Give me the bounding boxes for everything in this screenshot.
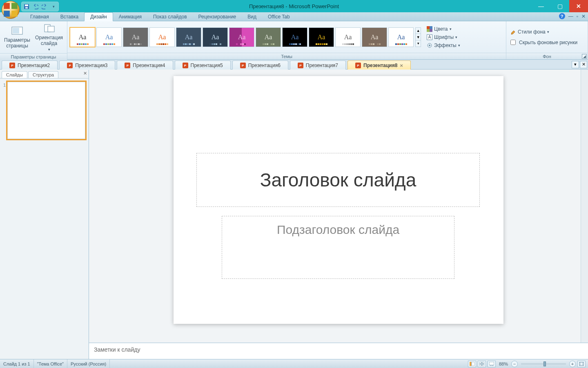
theme-thumb-10[interactable]: Aa (335, 27, 361, 47)
svg-rect-20 (482, 362, 484, 364)
ribbon-tab-вид[interactable]: Вид (242, 13, 262, 21)
ribbon-tab-дизайн[interactable]: Дизайн (84, 12, 113, 21)
hide-bg-graphics-checkbox[interactable]: Скрыть фоновые рисунки (509, 38, 579, 47)
ribbon-minimize-button[interactable]: — (568, 13, 573, 19)
theme-thumb-0[interactable]: Aa (70, 27, 95, 47)
doc-tab-label: Презентация3 (75, 63, 107, 68)
theme-gallery: AaAaAaAaAaAaAaAaAaAaAaAaAa (70, 27, 414, 47)
zoom-out-button[interactable]: − (511, 361, 518, 367)
ribbon-tab-office-tab[interactable]: Office Tab (262, 13, 296, 21)
ribbon-tab-рецензирование[interactable]: Рецензирование (193, 13, 242, 21)
theme-thumb-3[interactable]: Aa (149, 27, 175, 47)
qat-customize-button[interactable]: ▾ (49, 3, 58, 10)
powerpoint-icon: P (240, 63, 246, 68)
ribbon-tab-вставка[interactable]: Вставка (55, 13, 85, 21)
vertical-scrollbar[interactable] (581, 70, 588, 343)
hide-bg-checkbox-input[interactable] (510, 40, 516, 45)
theme-thumb-1[interactable]: Aa (96, 27, 122, 47)
panel-tabs: Слайды Структура ✕ (0, 70, 89, 79)
gallery-more-button[interactable]: ▾ (416, 40, 421, 47)
theme-color-dots (342, 43, 354, 45)
gallery-up-button[interactable]: ▲ (416, 28, 421, 34)
doc-tab-презентация4[interactable]: PПрезентация4 (117, 61, 173, 70)
view-normal-button[interactable] (468, 361, 476, 367)
svg-rect-0 (4, 3, 10, 9)
ribbon: Параметры страницы Ориентация слайда ▾ П… (0, 21, 588, 60)
doc-tab-презентация5[interactable]: PПрезентация5 (175, 61, 231, 70)
doc-tab-презентация8[interactable]: PПрезентация8✕ (347, 61, 411, 70)
bg-dialog-launcher[interactable]: ◢ (582, 54, 587, 59)
theme-thumb-8[interactable]: Aa (282, 27, 307, 47)
zoom-fit-icon (579, 362, 584, 366)
doc-tab-close[interactable]: ✕ (400, 63, 403, 68)
theme-thumb-2[interactable]: Aa (123, 27, 148, 47)
theme-thumb-12[interactable]: Aa (388, 27, 414, 47)
slide-thumbnail-1[interactable] (7, 82, 85, 139)
redo-button[interactable] (40, 3, 49, 10)
theme-aa-icon: Aa (238, 34, 246, 41)
theme-color-dots (103, 43, 115, 45)
ribbon-tab-анимация[interactable]: Анимация (113, 13, 147, 21)
zoom-label[interactable]: 88% (499, 361, 508, 366)
zoom-slider-handle[interactable] (543, 361, 546, 366)
group-background: Стили фона ▾ Скрыть фоновые рисунки Фон◢ (506, 21, 588, 59)
gallery-down-button[interactable]: ▼ (416, 34, 421, 40)
theme-thumb-7[interactable]: Aa (256, 27, 281, 47)
doc-tab-label: Презентация2 (18, 63, 50, 68)
close-button[interactable]: ✕ (569, 0, 588, 12)
theme-fonts-button[interactable]: AШрифты ▾ (425, 33, 462, 41)
doc-tab-презентация2[interactable]: PПрезентация2 (2, 61, 58, 70)
theme-thumb-5[interactable]: Aa (203, 27, 228, 47)
notes-pane[interactable]: Заметки к слайду (89, 343, 588, 359)
group-themes: AaAaAaAaAaAaAaAaAaAaAaAaAa ▲ ▼ ▾ Цвета ▾… (67, 21, 506, 59)
powerpoint-icon: P (355, 63, 361, 68)
help-button[interactable]: ? (559, 13, 565, 19)
zoom-in-button[interactable]: + (569, 361, 576, 367)
theme-color-dots (316, 43, 327, 45)
ribbon-restore-button[interactable]: ▫ (577, 13, 578, 19)
svg-rect-18 (472, 362, 474, 366)
minimize-button[interactable]: — (532, 0, 550, 12)
office-button[interactable] (2, 1, 20, 19)
theme-color-dots (236, 43, 248, 45)
zoom-slider[interactable] (521, 363, 566, 365)
save-button[interactable] (22, 3, 31, 10)
doc-tabs-dropdown[interactable]: ▾ (572, 61, 579, 68)
page-setup-button[interactable]: Параметры страницы (2, 25, 32, 50)
background-styles-button[interactable]: Стили фона ▾ (509, 28, 551, 36)
theme-thumb-6[interactable]: Aa (229, 27, 254, 47)
ribbon-tab-главная[interactable]: Главная (24, 13, 55, 21)
ribbon-tab-показ-слайдов[interactable]: Показ слайдов (147, 13, 193, 21)
page-setup-label: Параметры страницы (4, 38, 30, 49)
subtitle-placeholder[interactable]: Подзаголовок слайда (222, 216, 454, 279)
doc-tab-презентация7[interactable]: PПрезентация7 (290, 61, 346, 70)
thumb-number: 1 (3, 83, 6, 88)
view-slideshow-button[interactable] (488, 361, 496, 367)
theme-thumb-11[interactable]: Aa (362, 27, 387, 47)
doc-tabs-close[interactable]: ✕ (580, 61, 587, 68)
powerpoint-icon: P (9, 63, 15, 68)
theme-color-dots (209, 43, 221, 45)
title-placeholder[interactable]: Заголовок слайда (196, 153, 480, 207)
svg-rect-14 (430, 29, 432, 32)
theme-thumb-4[interactable]: Aa (176, 27, 201, 47)
fonts-label: Шрифты (434, 34, 454, 40)
maximize-button[interactable]: ▢ (550, 0, 569, 12)
status-language[interactable]: Русский (Россия) (67, 359, 110, 368)
view-slideshow-icon (489, 362, 494, 366)
theme-thumb-9[interactable]: Aa (309, 27, 334, 47)
panel-close-button[interactable]: ✕ (83, 71, 87, 76)
quick-access-toolbar: ▾ (21, 2, 59, 11)
tab-slides[interactable]: Слайды (2, 71, 27, 78)
tab-outline[interactable]: Структура (28, 71, 58, 78)
zoom-fit-button[interactable] (577, 361, 586, 367)
ribbon-close-button[interactable]: ✕ (581, 13, 586, 19)
theme-colors-button[interactable]: Цвета ▾ (425, 25, 462, 33)
theme-effects-button[interactable]: Эффекты ▾ (425, 41, 462, 49)
slide-orientation-button[interactable]: Ориентация слайда ▾ (33, 22, 65, 52)
doc-tab-презентация6[interactable]: PПрезентация6 (232, 61, 288, 70)
doc-tab-презентация3[interactable]: PПрезентация3 (59, 61, 115, 70)
view-sorter-button[interactable] (478, 361, 486, 367)
slide[interactable]: Заголовок слайда Подзаголовок слайда (174, 76, 503, 324)
undo-button[interactable] (31, 3, 40, 10)
